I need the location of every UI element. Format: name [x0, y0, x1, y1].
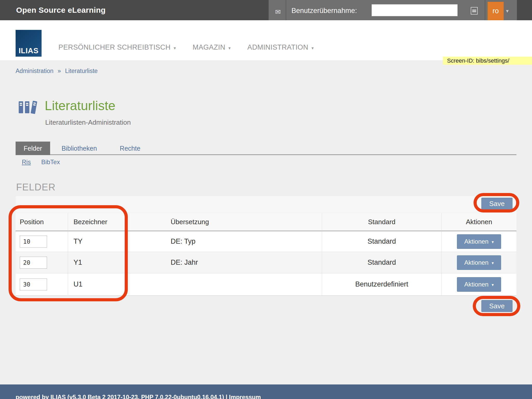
standard-value: Benutzerdefiniert: [322, 273, 442, 296]
topbar-divider: [485, 0, 485, 20]
bezeichner-value: TY: [68, 231, 129, 252]
aktionen-dropdown-button[interactable]: Aktionen▾: [457, 255, 501, 270]
tab-bibliotheken[interactable]: Bibliotheken: [50, 145, 108, 152]
table-row: U1 Benutzerdefiniert Aktionen▾: [16, 273, 516, 296]
chevron-down-icon: ▾: [492, 240, 494, 244]
language-grid-icon[interactable]: [471, 7, 478, 15]
felder-table-panel: Save Position Bezeichner Übersetzung Sta…: [16, 196, 516, 316]
bezeichner-value: U1: [68, 273, 129, 296]
breadcrumb: Administration » Literaturliste: [16, 68, 98, 75]
chevron-down-icon: ▾: [492, 282, 494, 287]
uebersetzung-value: DE: Typ: [129, 231, 322, 252]
position-input[interactable]: [20, 278, 47, 290]
column-header-aktionen: Aktionen: [442, 213, 516, 231]
position-input[interactable]: [20, 257, 47, 269]
column-header-position: Position: [16, 213, 68, 231]
breadcrumb-separator: »: [58, 68, 61, 75]
save-button-bottom[interactable]: Save: [481, 300, 513, 312]
section-heading: FELDER: [16, 182, 56, 193]
mail-icon: ✉: [275, 9, 281, 15]
table-row: Y1 DE: Jahr Standard Aktionen▾: [16, 252, 516, 273]
nav-item-administration[interactable]: ADMINISTRATION▾: [247, 43, 314, 51]
standard-value: Standard: [322, 252, 442, 273]
aktionen-dropdown-button[interactable]: Aktionen▾: [457, 277, 501, 292]
impersonation-input[interactable]: [371, 4, 458, 16]
top-bar: Open Source eLearning ✉ Benutzerübernahm…: [0, 0, 532, 20]
main-menu: PERSÖNLICHER SCHREIBTISCH▾ MAGAZIN▾ ADMI…: [58, 20, 314, 60]
standard-value: Standard: [322, 231, 442, 252]
column-header-bezeichner: Bezeichner: [68, 213, 129, 231]
chevron-down-icon: ▾: [228, 46, 231, 51]
mail-button[interactable]: ✉: [272, 0, 284, 20]
books-icon: [19, 100, 41, 114]
page-title: Literaturliste: [45, 98, 115, 113]
tab-felder[interactable]: Felder: [16, 142, 50, 155]
column-header-standard: Standard: [322, 213, 442, 231]
powered-by-text: powered by ILIAS (v5.3.0 Beta 2 2017-10-…: [16, 394, 261, 399]
topbar-divider: [286, 0, 286, 20]
ilias-logo[interactable]: ILIAS: [16, 30, 42, 57]
aktionen-dropdown-button[interactable]: Aktionen▾: [457, 234, 501, 249]
client-title: Open Source eLearning: [16, 0, 106, 20]
table-toolbar: Save: [16, 196, 516, 213]
breadcrumb-administration[interactable]: Administration: [16, 68, 54, 75]
page-footer: powered by ILIAS (v5.3.0 Beta 2 2017-10-…: [0, 384, 532, 399]
top-bar-right-dark-segment: [517, 0, 532, 20]
save-button-top[interactable]: Save: [481, 198, 513, 210]
impersonation-label: Benutzerübernahme:: [291, 0, 357, 21]
user-avatar[interactable]: ro: [488, 2, 504, 20]
screen-id-badge: Screen-ID: bibs/settings/: [443, 57, 532, 65]
ilias-admin-screen: Open Source eLearning ✉ Benutzerübernahm…: [0, 0, 532, 399]
chevron-down-icon: ▾: [492, 261, 494, 265]
subtab-bar: Ris BibTex: [22, 158, 60, 166]
table-footer: Save: [16, 296, 516, 316]
main-nav-bar: ILIAS PERSÖNLICHER SCHREIBTISCH▾ MAGAZIN…: [0, 20, 532, 60]
ilias-logo-text: ILIAS: [19, 46, 39, 55]
chevron-down-icon: ▾: [174, 46, 176, 51]
uebersetzung-value: [129, 273, 322, 296]
user-menu-chevron-down-icon[interactable]: ▾: [506, 0, 509, 20]
table-header-row: Position Bezeichner Übersetzung Standard…: [16, 213, 516, 231]
tab-rechte[interactable]: Rechte: [108, 145, 152, 152]
bezeichner-value: Y1: [68, 252, 129, 273]
subtab-bibtex[interactable]: BibTex: [41, 158, 60, 166]
column-header-uebersetzung: Übersetzung: [129, 213, 322, 231]
nav-item-magazin[interactable]: MAGAZIN▾: [193, 43, 231, 51]
subtab-ris[interactable]: Ris: [22, 158, 31, 166]
page-subtitle: Literaturlisten-Administration: [45, 118, 131, 127]
breadcrumb-literaturliste[interactable]: Literaturliste: [65, 68, 98, 75]
chevron-down-icon: ▾: [311, 46, 314, 51]
nav-item-personal-desktop[interactable]: PERSÖNLICHER SCHREIBTISCH▾: [58, 43, 176, 51]
table-row: TY DE: Typ Standard Aktionen▾: [16, 231, 516, 252]
position-input[interactable]: [20, 236, 47, 248]
uebersetzung-value: DE: Jahr: [129, 252, 322, 273]
tab-bar: Felder Bibliotheken Rechte: [16, 142, 152, 155]
